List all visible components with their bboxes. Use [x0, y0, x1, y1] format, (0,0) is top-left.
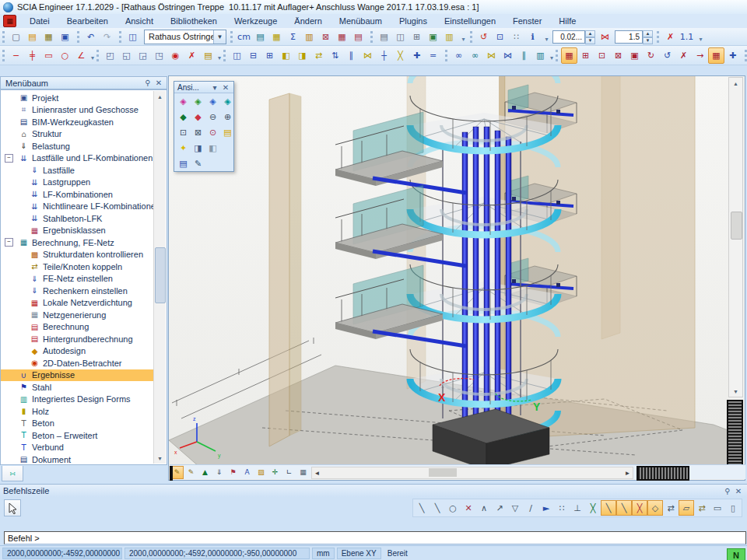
- mirror-member-icon[interactable]: ⋈: [359, 47, 376, 64]
- tree-item[interactable]: − ▦ Berechnung, FE-Netz: [1, 236, 154, 249]
- snap-polar-icon[interactable]: ▱: [679, 500, 694, 516]
- menu-menubaum[interactable]: Menübaum: [331, 15, 391, 27]
- undo-icon[interactable]: ↶: [82, 29, 99, 45]
- load-case-display-icon[interactable]: ▦: [561, 47, 577, 64]
- center-view-icon[interactable]: ✚: [724, 47, 741, 64]
- paste-props-icon[interactable]: ◱: [118, 47, 135, 64]
- snap-edge-icon[interactable]: ∕: [523, 500, 538, 516]
- zoom-previous-icon[interactable]: ⊙: [205, 125, 220, 139]
- menu-bearbeiten[interactable]: Bearbeiten: [58, 15, 117, 27]
- sum-protocol-icon[interactable]: Σ: [285, 29, 301, 45]
- tree-item[interactable]: − ◉ 2D-Daten-Betrachter: [1, 357, 154, 369]
- trim-member-icon[interactable]: ✚: [409, 47, 425, 64]
- select-chain-icon[interactable]: ∞: [467, 47, 483, 64]
- tree-item[interactable]: − ▤ Berechnung: [1, 321, 154, 334]
- render-solid-icon[interactable]: ◨: [191, 141, 205, 155]
- scroll-left-icon[interactable]: ◄: [312, 467, 322, 478]
- mesh-toggle-icon[interactable]: ⊠: [317, 29, 334, 45]
- column-display-icon[interactable]: ▯: [725, 500, 741, 516]
- tree-item[interactable]: − ▮ Holz: [1, 405, 154, 418]
- copy-add-icon[interactable]: ◲: [135, 47, 151, 64]
- tree-item[interactable]: − ⇊ Nichtlineare LF-Kombinationen: [1, 201, 154, 213]
- zoom-in-icon[interactable]: ⊕: [220, 110, 235, 124]
- disconnect-parts-icon[interactable]: ⋈: [500, 47, 516, 64]
- tree-item[interactable]: − ∪ Ergebnisse: [1, 369, 154, 382]
- tree-item[interactable]: − ⇄ Teile/Knoten koppeln: [1, 261, 154, 273]
- snap-vertex-icon[interactable]: ∧: [476, 500, 492, 516]
- layers-icon[interactable]: ▤: [252, 29, 268, 45]
- scroll-thumb[interactable]: [429, 468, 457, 477]
- move-nodes-icon[interactable]: ⇅: [327, 47, 343, 64]
- element-info-icon[interactable]: ℹ: [524, 29, 541, 45]
- scroll-thumb[interactable]: [155, 247, 166, 303]
- render-mode-icon[interactable]: ▨: [254, 466, 268, 479]
- tree-expander-icon[interactable]: −: [5, 238, 13, 247]
- snap-extension-icon[interactable]: ⇄: [694, 500, 710, 516]
- close-icon[interactable]: ✕: [733, 486, 744, 496]
- open-project-icon[interactable]: ▤: [24, 29, 40, 45]
- snap-tangent-icon[interactable]: ◇: [647, 500, 663, 516]
- tree-item[interactable]: − ⇓ Lastfälle: [1, 164, 154, 177]
- tree-item[interactable]: − ◆ Autodesign: [1, 345, 154, 358]
- calculator-icon[interactable]: ⊞: [409, 29, 425, 45]
- menu-hilfe[interactable]: Hilfe: [550, 15, 584, 27]
- redo-icon[interactable]: ↷: [99, 29, 115, 45]
- menu-aendern[interactable]: Ändern: [286, 15, 330, 27]
- delete-load-icon[interactable]: ✗: [675, 47, 692, 64]
- beam-icon[interactable]: ╪: [24, 47, 40, 64]
- model-scene[interactable]: X Y z x y: [169, 76, 730, 467]
- paste-special-icon[interactable]: ◳: [151, 47, 167, 64]
- close-icon[interactable]: ✕: [220, 82, 231, 93]
- paste-structure-icon[interactable]: ◰: [102, 47, 118, 64]
- show-axes-icon[interactable]: ✛: [268, 466, 282, 479]
- join-beams-icon[interactable]: ◨: [294, 47, 310, 64]
- spin-down-icon[interactable]: ▼: [585, 37, 595, 44]
- new-project-icon[interactable]: ▢: [8, 29, 24, 45]
- support-display-icon[interactable]: ⊞: [577, 47, 594, 64]
- tree-item[interactable]: − ▤ BIM-Werkzeugkasten: [1, 116, 154, 128]
- toolbar-overflow-button[interactable]: ▾: [542, 29, 551, 44]
- split-beam-icon[interactable]: ◧: [278, 47, 294, 64]
- tree-item[interactable]: − ⇊ Lastfälle und LF-Kombinationen: [1, 152, 154, 165]
- zoom-all-icon[interactable]: ⊠: [191, 125, 205, 139]
- save-all-icon[interactable]: ▦: [40, 29, 57, 45]
- tree-item[interactable]: − ⇓ Rechenkern einstellen: [1, 285, 154, 297]
- spin-down-icon[interactable]: ▼: [643, 37, 653, 44]
- tree-item[interactable]: − ⇊ LF-Kombinationen: [1, 188, 154, 201]
- load-grid-icon[interactable]: ▦: [708, 47, 724, 64]
- viewport-side-grip[interactable]: [727, 400, 743, 468]
- tree-item[interactable]: − ▦ Netzgenerierung: [1, 309, 154, 321]
- cursor-mode-button[interactable]: [4, 499, 21, 516]
- merge-nodes-icon[interactable]: ⊞: [261, 47, 278, 64]
- snap-intersection-icon[interactable]: ╳: [632, 500, 647, 516]
- snap-midpoint-icon[interactable]: ╲: [430, 500, 445, 516]
- zoom-out-icon[interactable]: ⊖: [205, 110, 220, 124]
- light-icon[interactable]: ✦: [176, 141, 191, 155]
- edit-view-icon[interactable]: ✎: [191, 156, 205, 170]
- show-loads-icon[interactable]: ⇓: [212, 466, 226, 479]
- printer-icon[interactable]: ▤: [376, 29, 392, 45]
- menu-einstellungen[interactable]: Einstellungen: [436, 15, 504, 27]
- tree-item[interactable]: − ⇓ FE-Netz einstellen: [1, 273, 154, 285]
- cursor-snap-settings-icon[interactable]: ►: [538, 500, 554, 516]
- snap-grid-icon[interactable]: ∷: [554, 500, 570, 516]
- zoom-window-icon[interactable]: ⊡: [176, 125, 191, 139]
- menu-plugins[interactable]: Plugins: [391, 15, 436, 27]
- menu-datei[interactable]: Datei: [21, 15, 58, 27]
- scroll-down-icon[interactable]: ▼: [729, 386, 742, 397]
- check-structure-icon[interactable]: ◫: [229, 47, 245, 64]
- menu-ansicht[interactable]: Ansicht: [117, 15, 162, 27]
- model-viewport[interactable]: X Y z x y Ansi... ▾ ✕ ◈◈◈◈ ◆◆⊖⊕ ⊡⊠⊙▤ ✦◨◧…: [168, 75, 745, 481]
- point-grid-icon[interactable]: ∷: [508, 29, 524, 45]
- viewport-bottom-grip[interactable]: [170, 466, 173, 481]
- chevron-down-icon[interactable]: ▾: [209, 82, 220, 93]
- gallery-icon[interactable]: ▥: [441, 29, 458, 45]
- hinge-display-icon[interactable]: ⊡: [594, 47, 610, 64]
- load-panel-icon[interactable]: ⊠: [610, 47, 626, 64]
- zoom-box-icon[interactable]: ⊡: [492, 29, 508, 45]
- show-labels-icon[interactable]: ⚑: [226, 466, 240, 479]
- tree-item[interactable]: − ⇊ Lastgruppen: [1, 177, 154, 189]
- snap-delete-icon[interactable]: ✕: [461, 500, 476, 516]
- menu-fenster[interactable]: Fenster: [504, 15, 550, 27]
- menu-werkzeuge[interactable]: Werkzeuge: [226, 15, 286, 27]
